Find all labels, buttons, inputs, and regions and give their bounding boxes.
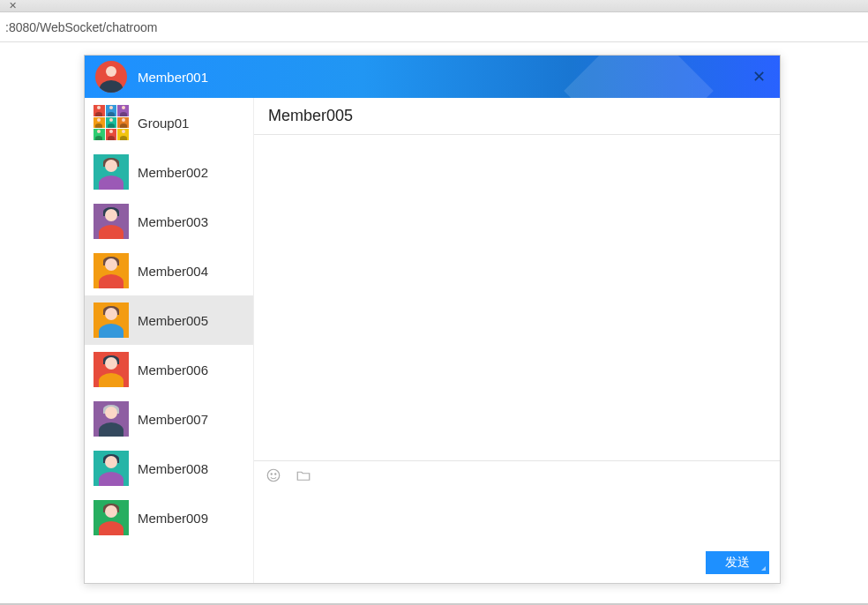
url-text: :8080/WebSocket/chatroom (5, 20, 158, 34)
contact-item[interactable]: Member004 (85, 246, 253, 295)
svg-point-0 (267, 469, 280, 482)
contact-name: Member006 (138, 362, 208, 377)
member-avatar-icon (94, 302, 129, 338)
chat-title: Member005 (254, 98, 780, 135)
svg-point-2 (275, 474, 276, 474)
chat-toolbar (254, 460, 780, 489)
member-avatar-icon (94, 401, 129, 437)
chat-body: Group01Member002Member003Member004Member… (85, 98, 780, 583)
member-avatar-icon (94, 451, 129, 486)
chat-input-area (254, 489, 780, 551)
member-avatar-icon (94, 154, 129, 190)
emoji-icon[interactable] (265, 467, 282, 484)
url-bar[interactable]: :8080/WebSocket/chatroom (0, 12, 868, 42)
contact-name: Member009 (138, 511, 208, 526)
chat-header: Member001 ✕ (85, 56, 780, 98)
chat-main: Member005 (254, 98, 780, 583)
chat-footer: 发送 (254, 551, 780, 583)
contact-name: Member008 (138, 461, 208, 476)
close-icon[interactable]: ✕ (752, 67, 766, 86)
chat-window: Member001 ✕ Group01Member002Member003Mem… (84, 55, 781, 584)
member-avatar-icon (94, 204, 129, 239)
contact-item[interactable]: Group01 (85, 98, 253, 147)
group-avatar-icon (94, 105, 129, 140)
contact-name: Member007 (138, 412, 208, 427)
contact-name: Group01 (138, 116, 189, 131)
contact-item[interactable]: Member002 (85, 147, 253, 197)
contact-name: Member003 (138, 214, 208, 229)
contact-item[interactable]: Member003 (85, 197, 253, 246)
contact-name: Member004 (138, 264, 208, 279)
contact-name: Member002 (138, 165, 208, 180)
contact-item[interactable]: Member009 (85, 493, 253, 542)
send-button[interactable]: 发送 (706, 551, 769, 574)
current-user-avatar[interactable] (95, 61, 127, 93)
current-user-name: Member001 (138, 70, 208, 85)
contact-item[interactable]: Member005 (85, 295, 253, 345)
member-avatar-icon (94, 253, 129, 288)
contact-list[interactable]: Group01Member002Member003Member004Member… (85, 98, 254, 583)
member-avatar-icon (94, 352, 129, 387)
contact-item[interactable]: Member007 (85, 394, 253, 444)
svg-point-1 (271, 474, 272, 474)
message-input[interactable] (265, 493, 769, 548)
contact-name: Member005 (138, 313, 208, 328)
contact-item[interactable]: Member006 (85, 345, 253, 394)
browser-tab-bar: ✕ (0, 0, 868, 12)
member-avatar-icon (94, 500, 129, 535)
chat-messages[interactable] (254, 135, 780, 460)
page-background: Member001 ✕ Group01Member002Member003Mem… (0, 42, 868, 605)
contact-item[interactable]: Member008 (85, 444, 253, 493)
tab-close-icon[interactable]: ✕ (9, 0, 17, 11)
folder-icon[interactable] (295, 467, 312, 484)
